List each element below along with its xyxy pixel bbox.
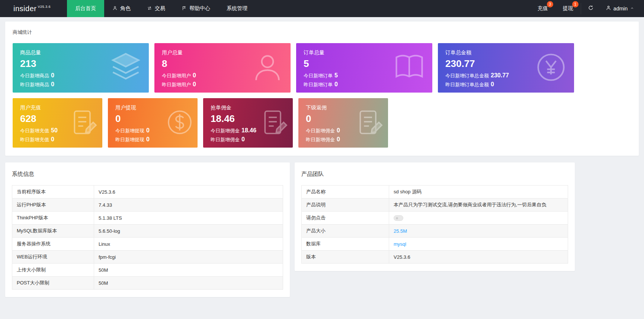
stat-line-value: 5 <box>334 72 338 78</box>
info-label: WEB运行环境 <box>12 251 94 264</box>
stat-line-value: 230.77 <box>491 72 509 78</box>
table-row: MySQL数据库版本5.6.50-log <box>12 225 283 238</box>
stat-yesterday-line: 昨日新增订单0 <box>304 81 425 88</box>
stat-title: 用户提现 <box>115 104 190 111</box>
withdraw-button[interactable]: 提现 1 <box>555 0 581 17</box>
nav-item-roles[interactable]: 角色 <box>104 0 139 17</box>
team-label: 数据库 <box>302 238 389 251</box>
broken-image-icon <box>394 215 403 221</box>
stats-row-2: 用户充值 628 今日新增充值50 昨日新增充值0 用户提现 0 今日新增提现0… <box>13 98 631 148</box>
stat-line-value: 0 <box>51 72 54 78</box>
stat-value: 230.77 <box>445 58 567 70</box>
table-row: 产品说明本产品只为学习测试交流,请勿要做商业或者用于违法行为,一切后果自负 <box>302 199 568 212</box>
stat-line-value: 50 <box>51 127 58 133</box>
table-row: ThinkPHP版本5.1.38 LTS <box>12 212 283 225</box>
info-value: 50M <box>94 264 283 277</box>
nav-item-label: 帮助中心 <box>189 5 210 12</box>
info-label: POST大小限制 <box>12 277 94 290</box>
nav-item-label: 角色 <box>120 5 131 12</box>
stat-line-value: 0 <box>51 81 54 87</box>
stat-yesterday-line: 昨日新增充值0 <box>20 136 95 143</box>
stat-line-label: 今日新增佣金 <box>211 128 240 133</box>
stat-line-label: 今日新增提现 <box>115 128 144 133</box>
stat-line-value: 0 <box>491 81 494 87</box>
recharge-label: 充值 <box>538 5 548 12</box>
app-version: V25.3.6 <box>38 5 51 9</box>
nav-item-label: 交易 <box>155 5 165 12</box>
stat-today-line: 今日新增商品0 <box>20 72 141 79</box>
info-value: 7.4.33 <box>94 199 283 212</box>
stat-yesterday-line: 昨日新增订单总金额0 <box>445 81 567 88</box>
team-label: 产品说明 <box>302 199 389 212</box>
table-row: 版本V25.3.6 <box>302 251 568 264</box>
table-row: 当前程序版本V25.3.6 <box>12 186 283 199</box>
table-row: 服务器操作系统Linux <box>12 238 283 251</box>
product-team-table: 产品名称sd shop 源码 产品说明本产品只为学习测试交流,请勿要做商业或者用… <box>301 185 568 264</box>
user-icon <box>112 6 118 12</box>
database-link[interactable]: mysql <box>389 238 568 251</box>
stat-line-label: 今日新增佣金 <box>306 128 335 133</box>
nav-item-trade[interactable]: 交易 <box>139 0 173 17</box>
shop-stats-panel: 商城统计 商品总量 213 今日新增商品0 昨日新增商品0 用户总量 8 今日新… <box>5 22 639 156</box>
system-info-title: 系统信息 <box>12 171 283 178</box>
info-label: ThinkPHP版本 <box>12 212 94 225</box>
team-label: 请勿点击 <box>302 212 389 225</box>
exchange-icon <box>147 6 152 12</box>
flag-icon <box>182 6 187 12</box>
product-size-link[interactable]: 25.5M <box>389 225 568 238</box>
stat-card-user-recharge: 用户充值 628 今日新增充值50 昨日新增充值0 <box>13 98 102 148</box>
table-row: 产品名称sd shop 源码 <box>302 186 568 199</box>
stat-today-line: 今日新增佣金18.46 <box>211 127 285 134</box>
stat-line-label: 昨日新增订单总金额 <box>445 82 489 87</box>
stat-value: 628 <box>20 113 95 125</box>
team-value: sd shop 源码 <box>389 186 568 199</box>
user-icon <box>606 5 611 12</box>
stat-title: 订单总金额 <box>445 49 567 56</box>
info-label: 服务器操作系统 <box>12 238 94 251</box>
stat-line-value: 18.46 <box>241 127 256 133</box>
stat-line-label: 昨日新增提现 <box>115 137 144 142</box>
table-row: 产品大小25.5M <box>302 225 568 238</box>
refresh-icon <box>588 5 594 12</box>
chevron-up-icon <box>630 6 634 12</box>
stat-today-line: 今日新增用户0 <box>162 72 283 79</box>
stat-title: 订单总量 <box>304 49 425 56</box>
table-row: 运行PHP版本7.4.33 <box>12 199 283 212</box>
nav-item-system-management[interactable]: 系统管理 <box>218 0 256 17</box>
stat-yesterday-line: 昨日新增提现0 <box>115 136 190 143</box>
stat-title: 用户总量 <box>162 49 283 56</box>
table-row: 数据库mysql <box>302 238 568 251</box>
stat-line-value: 0 <box>193 72 196 78</box>
nav-item-help-center[interactable]: 帮助中心 <box>173 0 218 17</box>
nav-item-dashboard[interactable]: 后台首页 <box>67 0 104 17</box>
info-value: V25.3.6 <box>94 186 283 199</box>
stat-line-label: 今日新增订单总金额 <box>445 73 489 78</box>
app-logo: insiderV25.3.6 <box>0 0 67 17</box>
info-value: 50M <box>94 277 283 290</box>
info-label: 当前程序版本 <box>12 186 94 199</box>
stat-value: 0 <box>115 113 190 125</box>
stat-value: 213 <box>20 58 141 70</box>
table-row: WEB运行环境fpm-fcgi <box>12 251 283 264</box>
stat-card-user-withdraw: 用户提现 0 今日新增提现0 昨日新增提现0 <box>108 98 198 148</box>
stat-line-value: 0 <box>193 81 196 87</box>
stat-today-line: 今日新增佣金0 <box>306 127 381 134</box>
stat-yesterday-line: 昨日新增用户0 <box>162 81 283 88</box>
stat-today-line: 今日新增订单总金额230.77 <box>445 72 567 79</box>
refresh-button[interactable] <box>581 0 600 17</box>
stat-line-label: 昨日新增订单 <box>304 82 333 87</box>
system-info-table: 当前程序版本V25.3.6 运行PHP版本7.4.33 ThinkPHP版本5.… <box>12 185 283 290</box>
info-label: MySQL数据库版本 <box>12 225 94 238</box>
app-logo-text: insider <box>13 4 36 13</box>
stat-today-line: 今日新增订单5 <box>304 72 425 79</box>
stats-row-1: 商品总量 213 今日新增商品0 昨日新增商品0 用户总量 8 今日新增用户0 … <box>13 43 631 93</box>
stat-title: 抢单佣金 <box>211 104 285 111</box>
stat-title: 商品总量 <box>20 49 141 56</box>
stat-line-label: 今日新增商品 <box>20 73 49 78</box>
user-menu[interactable]: admin <box>600 0 644 17</box>
stat-line-label: 今日新增订单 <box>304 73 333 78</box>
stat-line-label: 今日新增用户 <box>162 73 191 78</box>
recharge-button[interactable]: 充值 3 <box>530 0 555 17</box>
stat-line-value: 0 <box>241 136 245 142</box>
team-value: 本产品只为学习测试交流,请勿要做商业或者用于违法行为,一切后果自负 <box>389 199 568 212</box>
